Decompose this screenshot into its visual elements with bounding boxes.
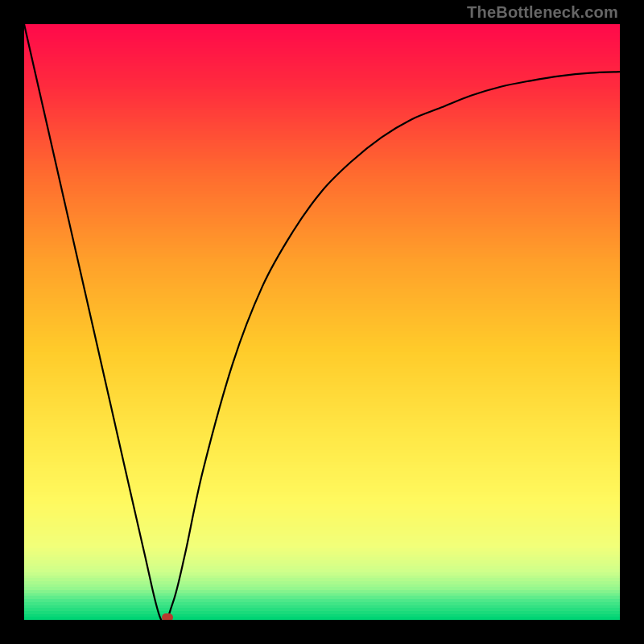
chart-frame: TheBottleneck.com (0, 0, 644, 644)
curve-layer (24, 24, 620, 620)
optimal-marker-icon (162, 613, 173, 620)
bottleneck-curve (24, 24, 620, 620)
plot-area (24, 24, 620, 620)
watermark-text: TheBottleneck.com (467, 3, 618, 22)
